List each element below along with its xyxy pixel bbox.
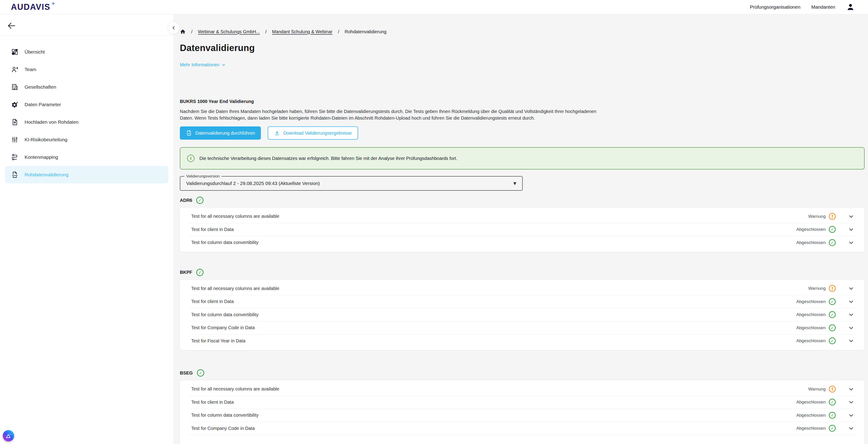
test-group-bseg: BSEG Test for all necessary columns are … (180, 369, 865, 444)
test-row[interactable]: Test for Company Code in Data Abgeschlos… (180, 422, 865, 435)
status-icon (829, 399, 836, 406)
test-status: Abgeschlossen (796, 298, 836, 305)
sidebar-item-rohdatenvalidierung[interactable]: Rohdatenvalidierung (5, 166, 168, 183)
more-info-label: Mehr Informationen (180, 62, 219, 67)
test-status: Abgeschlossen (796, 311, 836, 318)
file-validate-icon (11, 171, 19, 179)
gear-sparkle-icon (11, 101, 19, 109)
test-row[interactable]: Test for column data convertibility Abge… (180, 308, 865, 321)
test-row-clipped (180, 435, 865, 444)
sidebar-item-label: Hochladen von Rohdaten (25, 119, 79, 125)
nav-pruefungsorganisationen[interactable]: Prüfungsorganisationen (750, 4, 800, 10)
sidebar-collapse-button[interactable] (168, 22, 180, 34)
assistant-button[interactable] (3, 430, 14, 442)
group-name: BSEG (180, 371, 193, 376)
validation-version-select[interactable]: Validierungsversion Validierungsdurchlau… (180, 176, 523, 191)
status-icon (829, 239, 836, 246)
breadcrumb-link-organisation[interactable]: Webinar & Schulungs GmbH... (198, 29, 260, 34)
test-label: Test for all necessary columns are avail… (191, 286, 279, 291)
chevron-down-icon[interactable] (848, 226, 854, 233)
test-row[interactable]: Test for Company Code in Data Abgeschlos… (180, 321, 865, 334)
test-label: Test for client in Data (191, 227, 234, 232)
breadcrumb-separator: / (191, 29, 193, 34)
select-value: Validierungsdurchlauf 2 - 29.08.2025 09:… (186, 181, 320, 186)
more-info-link[interactable]: Mehr Informationen (180, 62, 226, 67)
test-card: Test for all necessary columns are avail… (180, 380, 865, 444)
sidebar-item-gesellschaften[interactable]: Gesellschaften (5, 78, 168, 96)
info-icon (187, 155, 194, 162)
logo-text: AUDAVIS (11, 3, 50, 11)
sidebar-item-ki-risikobeurteilung[interactable]: KI-Risikobeurteilung (5, 131, 168, 148)
chevron-down-icon[interactable] (848, 239, 854, 246)
chevron-down-icon[interactable] (848, 325, 854, 331)
sidebar-item-label: Gesellschaften (25, 84, 56, 90)
status-label: Abgeschlossen (796, 312, 826, 317)
validation-description: Nachdem Sie die Daten Ihres Mandaten hoc… (180, 108, 603, 121)
group-heading: BKPF (180, 269, 865, 276)
chevron-down-icon[interactable] (848, 285, 854, 292)
status-icon (829, 337, 836, 344)
test-group-bkpf: BKPF Test for all necessary columns are … (180, 269, 865, 350)
sidebar-item-daten-parameter[interactable]: Daten Parameter (5, 96, 168, 113)
success-alert: Die technische Verarbeitung dieses Daten… (180, 147, 865, 170)
test-label: Test for column data convertibility (191, 312, 258, 317)
sidebar-item-kontenmapping[interactable]: Kontenmapping (5, 148, 168, 166)
test-row[interactable]: Test for client in Data Abgeschlossen (180, 396, 865, 409)
validation-section-heading: BUKRS 1000 Year End Validierung (180, 99, 865, 104)
status-icon (829, 213, 836, 220)
test-status: Warnung (808, 386, 836, 392)
chevron-down-icon[interactable] (848, 386, 854, 392)
chevron-down-icon[interactable] (848, 312, 854, 318)
download-results-button[interactable]: Download Validierungsergebnisse (268, 126, 358, 140)
status-icon (829, 226, 836, 233)
test-label: Test for Company Code in Data (191, 325, 255, 330)
test-status: Warnung (808, 213, 836, 220)
test-row[interactable]: Test for all necessary columns are avail… (180, 210, 865, 223)
home-icon[interactable] (180, 29, 186, 35)
arrow-left-icon (7, 21, 16, 30)
run-validation-button[interactable]: Datenvalidierung durchführen (180, 126, 261, 140)
test-row[interactable]: Test for client in Data Abgeschlossen (180, 223, 865, 236)
test-row[interactable]: Test for column data convertibility Abge… (180, 409, 865, 422)
group-heading: ADR6 (180, 197, 865, 204)
audavis-logo[interactable]: AUDAVIS (11, 3, 56, 11)
breadcrumb-link-mandant[interactable]: Mandant Schulung & Webinar (272, 29, 332, 34)
status-icon (829, 324, 836, 331)
nav-mandanten[interactable]: Mandanten (811, 4, 835, 10)
sidebar-item-label: Übersicht (25, 49, 45, 55)
topnav: Prüfungsorganisationen Mandanten (750, 3, 855, 11)
chevron-down-icon[interactable] (848, 337, 854, 344)
test-label: Test for column data convertibility (191, 240, 258, 245)
chevron-down-icon[interactable] (848, 399, 854, 405)
test-status: Abgeschlossen (796, 324, 836, 331)
sidebar-item-team[interactable]: Team (5, 61, 168, 78)
test-row[interactable]: Test for all necessary columns are avail… (180, 383, 865, 396)
chevron-down-icon[interactable] (848, 213, 854, 219)
chevron-down-icon[interactable] (848, 298, 854, 305)
test-status: Abgeschlossen (796, 239, 836, 246)
account-person-icon[interactable] (846, 3, 855, 11)
test-row[interactable]: Test for all necessary columns are avail… (180, 282, 865, 295)
test-label: Test for Fiscal Year in Data (191, 338, 245, 344)
breadcrumb-separator: / (266, 29, 267, 34)
test-label: Test for column data convertibility (191, 413, 258, 418)
sidebar-item-uebersicht[interactable]: Übersicht (5, 43, 168, 61)
status-label: Abgeschlossen (796, 399, 826, 405)
alert-text: Die technische Verarbeitung dieses Daten… (199, 156, 457, 161)
sidebar-item-label: Daten Parameter (25, 102, 61, 107)
status-icon (829, 386, 836, 392)
file-upload-icon (11, 118, 19, 126)
sidebar-item-hochladen-von-rohdaten[interactable]: Hochladen von Rohdaten (5, 113, 168, 131)
status-label: Abgeschlossen (796, 426, 826, 431)
test-row[interactable]: Test for Fiscal Year in Data Abgeschloss… (180, 334, 865, 348)
chevron-down-icon (221, 63, 226, 67)
status-label: Abgeschlossen (796, 299, 826, 304)
chevron-down-icon[interactable] (848, 412, 854, 418)
status-icon (829, 298, 836, 305)
page-title: Datenvalidierung (180, 43, 865, 53)
test-row[interactable]: Test for client in Data Abgeschlossen (180, 295, 865, 308)
chevron-down-icon[interactable] (848, 425, 854, 432)
back-button[interactable] (7, 21, 16, 31)
test-status: Abgeschlossen (796, 412, 836, 419)
test-row[interactable]: Test for column data convertibility Abge… (180, 236, 865, 249)
